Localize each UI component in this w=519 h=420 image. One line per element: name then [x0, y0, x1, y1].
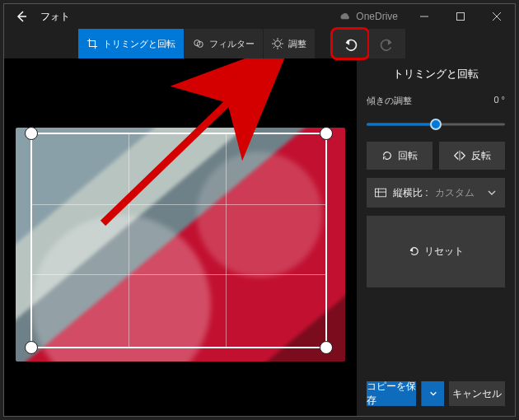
crop-icon — [86, 38, 98, 49]
flip-icon — [453, 150, 466, 161]
tab-crop-label: トリミングと回転 — [103, 38, 175, 50]
chevron-down-icon — [487, 188, 497, 198]
reset-label: リセット — [424, 245, 464, 259]
crop-grid-line — [226, 134, 227, 347]
panel-footer: コピーを保存 キャンセル — [367, 375, 505, 416]
tab-filter[interactable]: フィルター — [185, 29, 263, 58]
reset-icon — [408, 245, 419, 257]
tab-adjust[interactable]: 調整 — [264, 29, 315, 58]
crop-grid-line — [32, 204, 325, 205]
svg-rect-5 — [375, 189, 386, 197]
filter-icon — [193, 38, 204, 49]
flip-label: 反転 — [471, 149, 491, 163]
svg-point-3 — [275, 41, 281, 47]
crop-handle-top-right[interactable] — [320, 127, 333, 140]
reset-button[interactable]: リセット — [367, 216, 505, 287]
crop-grid-line — [129, 134, 129, 347]
onedrive-label: OneDrive — [356, 11, 398, 22]
toolbar: トリミングと回転 フィルター 調整 — [4, 29, 515, 58]
maximize-button[interactable] — [442, 4, 479, 29]
cancel-label: キャンセル — [452, 387, 502, 401]
svg-rect-0 — [457, 13, 465, 21]
canvas[interactable] — [4, 58, 357, 416]
tilt-slider[interactable] — [367, 115, 505, 133]
titlebar: フォト OneDrive — [4, 4, 515, 29]
aspect-value: カスタム — [435, 186, 475, 200]
close-icon — [493, 12, 501, 21]
app-title: フォト — [40, 10, 70, 24]
rotate-label: 回転 — [398, 149, 418, 163]
redo-button[interactable] — [369, 29, 405, 58]
save-copy-dropdown[interactable] — [421, 381, 444, 406]
close-button[interactable] — [479, 4, 515, 29]
minimize-icon — [420, 12, 428, 21]
rotate-button[interactable]: 回転 — [367, 142, 432, 170]
save-copy-label: コピーを保存 — [367, 380, 416, 408]
crop-handle-bottom-right[interactable] — [320, 341, 333, 354]
back-button[interactable] — [4, 4, 39, 29]
aspect-ratio-dropdown[interactable]: 縦横比 : カスタム — [367, 178, 505, 208]
arrow-left-icon — [15, 10, 28, 23]
onedrive-status[interactable]: OneDrive — [338, 11, 398, 22]
save-copy-button[interactable]: コピーを保存 — [367, 381, 416, 406]
crop-handle-top-left[interactable] — [25, 127, 38, 140]
slider-thumb[interactable] — [430, 119, 442, 130]
adjust-icon — [272, 38, 283, 49]
minimize-button[interactable] — [406, 4, 442, 29]
cloud-icon — [338, 12, 351, 21]
side-panel: トリミングと回転 傾きの調整 0 ° 回転 反転 — [357, 58, 515, 416]
tab-filter-label: フィルター — [209, 38, 255, 50]
undo-button[interactable] — [332, 29, 368, 58]
undo-icon — [343, 36, 358, 51]
maximize-icon — [456, 12, 465, 21]
flip-button[interactable]: 反転 — [439, 142, 505, 170]
tilt-label: 傾きの調整 — [367, 95, 412, 107]
tab-adjust-label: 調整 — [288, 38, 306, 50]
crop-grid-line — [32, 274, 325, 275]
panel-title: トリミングと回転 — [367, 67, 505, 82]
cancel-button[interactable]: キャンセル — [449, 381, 505, 406]
tilt-value: 0 ° — [493, 95, 505, 107]
crop-frame[interactable] — [30, 133, 327, 348]
redo-icon — [380, 36, 395, 51]
crop-handle-bottom-left[interactable] — [25, 341, 38, 354]
rotate-icon — [381, 150, 393, 161]
window: フォト OneDrive トリミングと回転 フィルター 調整 — [3, 3, 516, 417]
body: トリミングと回転 傾きの調整 0 ° 回転 反転 — [4, 58, 515, 416]
tab-crop-rotate[interactable]: トリミングと回転 — [78, 29, 184, 58]
aspect-label: 縦横比 : — [393, 186, 428, 200]
tilt-row: 傾きの調整 0 ° — [367, 95, 505, 107]
chevron-down-icon — [429, 390, 437, 398]
aspect-icon — [375, 188, 386, 198]
